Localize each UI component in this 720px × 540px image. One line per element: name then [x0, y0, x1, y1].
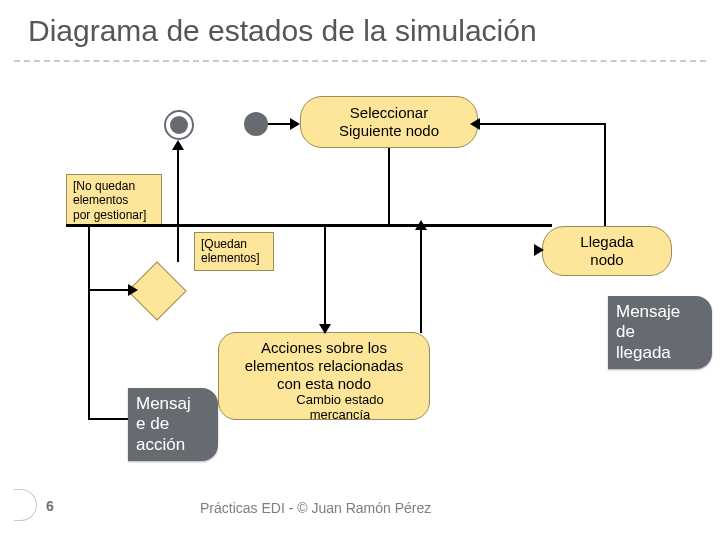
arrow-icon: [470, 118, 480, 130]
state-seleccionar: Seleccionar Siguiente nodo: [300, 96, 478, 148]
footer-credit: Prácticas EDI - © Juan Ramón Pérez: [200, 500, 431, 516]
title-divider: [14, 60, 706, 62]
arrow-icon: [534, 244, 544, 256]
page-ornament: [14, 489, 37, 521]
arrow-icon: [128, 284, 138, 296]
arrow-icon: [290, 118, 300, 130]
state-seleccionar-line2: Siguiente nodo: [339, 122, 439, 139]
sync-bar: [66, 224, 552, 227]
initial-state-icon: [244, 112, 268, 136]
final-state-icon: [164, 110, 194, 140]
guard-quedan: [Quedan elementos]: [194, 232, 274, 271]
arrow-icon: [415, 220, 427, 230]
state-llegada: Llegada nodo: [542, 226, 672, 276]
substate-cambio: Cambio estado mercancía: [280, 392, 400, 422]
guard-no-quedan: [No quedan elementos por gestionar]: [66, 174, 162, 227]
label-mensaje-accion: Mensaj e de acción: [128, 388, 218, 461]
arrow-icon: [172, 140, 184, 150]
arrow-icon: [319, 324, 331, 334]
page-number: 6: [46, 498, 54, 514]
state-seleccionar-line1: Seleccionar: [350, 104, 428, 121]
label-mensaje-llegada: Mensaje de llegada: [608, 296, 712, 369]
page-title: Diagrama de estados de la simulación: [28, 14, 537, 48]
